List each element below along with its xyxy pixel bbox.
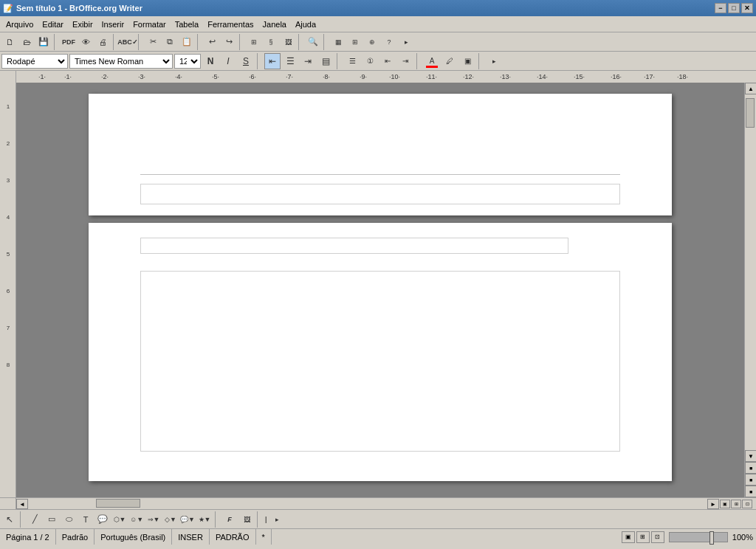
help-button[interactable]: ?: [381, 34, 397, 50]
bold-button[interactable]: N: [202, 53, 219, 69]
view-web-status[interactable]: ⊞: [636, 531, 650, 543]
find-bar-button[interactable]: 🔍: [305, 34, 321, 50]
rectangle-tool[interactable]: ▭: [44, 511, 60, 528]
gallery-button[interactable]: 🖼: [280, 34, 296, 50]
svg-text:·11·: ·11·: [426, 73, 437, 80]
navigator-button[interactable]: ⊞: [246, 34, 262, 50]
bullets-button[interactable]: ☰: [344, 53, 360, 69]
indent-increase-button[interactable]: ⇥: [397, 53, 413, 69]
menu-arquivo[interactable]: Arquivo: [1, 18, 38, 30]
align-center-button[interactable]: ☰: [282, 53, 298, 69]
selection-mode: PADRÃO: [216, 533, 250, 542]
align-right-button[interactable]: ⇥: [300, 53, 316, 69]
fontwork-button[interactable]: F: [221, 511, 238, 528]
basic-shapes-button[interactable]: ⬡▼: [111, 511, 128, 528]
new-button[interactable]: 🗋: [1, 34, 18, 50]
view-full-button[interactable]: ⊡: [742, 500, 752, 508]
view-normal-status[interactable]: ▣: [622, 531, 635, 543]
insert-image-button[interactable]: 🖼: [238, 511, 255, 528]
font-size-dropdown[interactable]: 12: [174, 54, 201, 69]
align-justify-button[interactable]: ▤: [317, 53, 334, 69]
title-bar-controls[interactable]: − □ ✕: [715, 3, 753, 13]
menu-exibir[interactable]: Exibir: [68, 18, 97, 30]
svg-text:·1·: ·1·: [38, 73, 46, 80]
draw-more-button[interactable]: ▸: [269, 511, 285, 528]
menu-formatar[interactable]: Formatar: [128, 18, 171, 30]
font-name-dropdown[interactable]: Times New Roman: [69, 54, 173, 69]
menu-janela[interactable]: Janela: [258, 18, 291, 30]
spell-check-button[interactable]: ABC✓: [120, 34, 136, 50]
menu-editar[interactable]: Editar: [38, 18, 68, 30]
save-button[interactable]: 💾: [35, 34, 52, 50]
paragraph-style-status: Padrão: [62, 533, 88, 542]
zoom-thumb[interactable]: [709, 531, 714, 545]
numbering-button[interactable]: ①: [362, 53, 378, 69]
scroll-right-button[interactable]: ►: [707, 499, 719, 509]
svg-text:·16·: ·16·: [611, 73, 622, 80]
insert-field-button[interactable]: ⊞: [347, 34, 363, 50]
background-color-button[interactable]: ▣: [459, 53, 475, 69]
copy-button[interactable]: ⧉: [162, 34, 178, 50]
ellipse-tool[interactable]: ⬭: [61, 511, 77, 528]
window-title: Sem título 1 - BrOffice.org Writer: [16, 4, 142, 13]
italic-button[interactable]: I: [220, 53, 236, 69]
callout-tool[interactable]: 💬: [94, 511, 111, 528]
symbol-shapes-button[interactable]: ☺▼: [128, 511, 145, 528]
menu-ajuda[interactable]: Ajuda: [291, 18, 320, 30]
zoom-slider[interactable]: [669, 532, 728, 542]
document-area[interactable]: [16, 83, 744, 497]
paragraph-style-dropdown[interactable]: Rodapé: [1, 54, 68, 69]
print-preview-button[interactable]: 👁: [78, 34, 94, 50]
scroll-thumb[interactable]: [746, 98, 755, 128]
scroll-track[interactable]: [745, 94, 756, 450]
export-pdf-button[interactable]: PDF: [61, 34, 77, 50]
view-normal-button[interactable]: ▣: [720, 500, 730, 508]
block-arrows-button[interactable]: ⇒▼: [145, 511, 162, 528]
styles-button[interactable]: §: [263, 34, 279, 50]
menu-tabela[interactable]: Tabela: [171, 18, 203, 30]
page2-body-area[interactable]: [140, 271, 620, 452]
line-tool[interactable]: ╱: [27, 511, 43, 528]
insert-table-button[interactable]: ▦: [330, 34, 346, 50]
selection-mode-section[interactable]: PADRÃO: [210, 529, 256, 545]
h-scroll-thumb[interactable]: [96, 499, 140, 508]
h-scroll-track[interactable]: [28, 498, 707, 509]
text-tool[interactable]: T: [78, 511, 94, 528]
svg-text:·4·: ·4·: [175, 73, 182, 80]
vertical-scrollbar[interactable]: ▲ ▼ ■ ■ ■: [744, 83, 756, 497]
zoom-button[interactable]: ⊕: [364, 34, 380, 50]
align-left-button[interactable]: ⇤: [264, 53, 281, 69]
view-web-button[interactable]: ⊞: [731, 500, 741, 508]
underline-button[interactable]: S: [238, 53, 254, 69]
insert-mode-section[interactable]: INSER: [172, 529, 210, 545]
menu-ferramentas[interactable]: Ferramentas: [203, 18, 258, 30]
highlight-button[interactable]: 🖊: [441, 53, 458, 69]
scroll-up-button[interactable]: ▲: [745, 83, 756, 94]
close-button[interactable]: ✕: [741, 3, 753, 13]
stars-button[interactable]: ★▼: [196, 511, 213, 528]
redo-button[interactable]: ↪: [221, 34, 237, 50]
font-color-button[interactable]: A: [424, 53, 440, 69]
indent-decrease-button[interactable]: ⇤: [379, 53, 396, 69]
paste-button[interactable]: 📋: [179, 34, 195, 50]
flowchart-button[interactable]: ◇▼: [162, 511, 179, 528]
undo-button[interactable]: ↩: [204, 34, 220, 50]
svg-text:2: 2: [7, 140, 10, 147]
view-presentation-status[interactable]: ⊡: [651, 531, 664, 543]
scroll-left-button[interactable]: ◄: [16, 499, 28, 509]
scroll-extra2[interactable]: ■: [745, 474, 756, 486]
callouts-button[interactable]: 💬▼: [179, 511, 196, 528]
scroll-extra1[interactable]: ■: [745, 462, 756, 474]
minimize-button[interactable]: −: [715, 3, 726, 13]
menu-inserir[interactable]: Inserir: [97, 18, 129, 30]
svg-text:1: 1: [7, 103, 10, 110]
more-button[interactable]: ▸: [398, 34, 414, 50]
scroll-extra3[interactable]: ■: [745, 486, 756, 497]
cut-button[interactable]: ✂: [145, 34, 161, 50]
maximize-button[interactable]: □: [728, 3, 740, 13]
scroll-down-button[interactable]: ▼: [745, 450, 756, 462]
print-button[interactable]: 🖨: [94, 34, 111, 50]
more-fmt-button[interactable]: ▸: [486, 53, 502, 69]
select-tool[interactable]: ↖: [1, 511, 18, 528]
open-button[interactable]: 🗁: [18, 34, 35, 50]
